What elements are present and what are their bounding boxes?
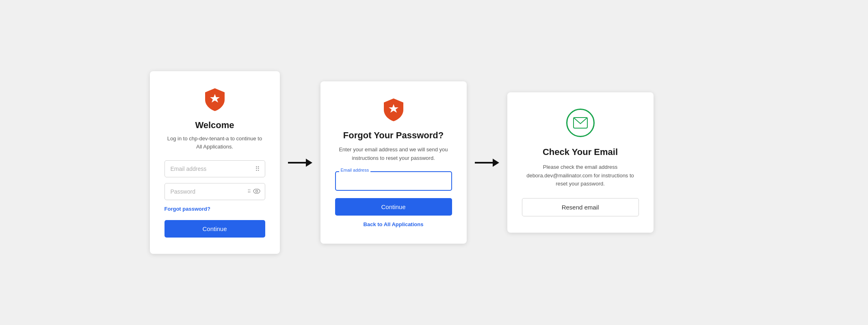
arrow-icon-1 [288, 158, 312, 168]
back-to-applications-link[interactable]: Back to All Applications [364, 221, 424, 227]
forgot-continue-button[interactable]: Continue [335, 198, 452, 216]
shield-logo-1 [203, 87, 226, 112]
arrow-1 [280, 158, 320, 168]
email-circle-icon [566, 109, 595, 137]
forgot-password-card: Forgot Your Password? Enter your email a… [320, 81, 467, 244]
password-icons: ⠿ [247, 188, 260, 195]
eye-icon[interactable] [253, 188, 260, 195]
forgot-title: Forgot Your Password? [343, 130, 444, 141]
email-input[interactable] [165, 160, 265, 177]
arrow-icon-2 [475, 158, 499, 168]
resend-email-button[interactable]: Resend email [522, 198, 639, 216]
email-field-label: Email address [339, 168, 371, 172]
email-dots-icon: ⠿ [255, 165, 260, 173]
svg-point-2 [255, 190, 258, 192]
check-email-card: Check Your Email Please check the email … [507, 92, 654, 233]
login-title: Welcome [195, 120, 234, 131]
arrow-2 [467, 158, 507, 168]
svg-point-1 [253, 189, 260, 194]
forgot-description: Enter your email address and we will sen… [335, 146, 452, 163]
check-email-title: Check Your Email [543, 147, 618, 157]
flow-container: Welcome Log in to chp-dev-tenant-a to co… [150, 71, 719, 254]
login-subtitle: Log in to chp-dev-tenant-a to continue t… [165, 135, 265, 151]
check-email-description: Please check the email address debora.de… [522, 163, 639, 188]
forgot-email-input[interactable] [335, 171, 452, 191]
forgot-email-group: Email address [335, 171, 452, 191]
password-input-group: ⠿ [165, 183, 265, 200]
login-continue-button[interactable]: Continue [165, 220, 265, 238]
login-card: Welcome Log in to chp-dev-tenant-a to co… [150, 71, 280, 254]
forgot-password-link[interactable]: Forgot password? [165, 206, 210, 212]
email-input-group: ⠿ [165, 160, 265, 177]
shield-logo-2 [382, 98, 405, 122]
